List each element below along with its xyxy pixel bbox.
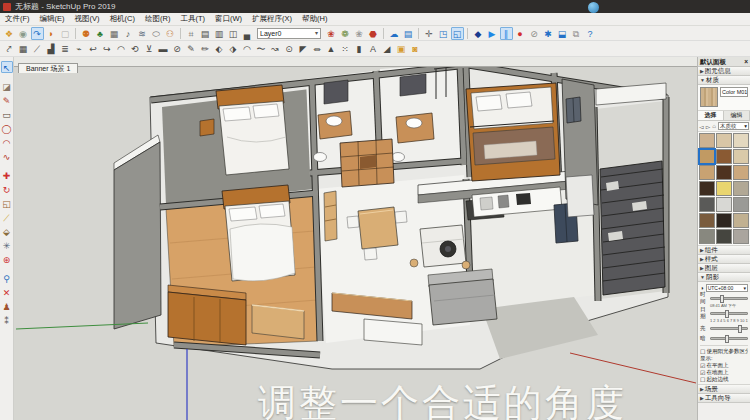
pause-icon[interactable]: ∥ — [500, 27, 513, 40]
gem-right-icon[interactable]: ⬗ — [227, 42, 240, 55]
tree-component-icon[interactable]: ♣ — [94, 27, 107, 40]
material-swatch[interactable] — [733, 133, 749, 148]
on-ground-checkbox[interactable]: ☑在地面上 — [700, 369, 748, 376]
extension-store-icon[interactable]: ◙ — [409, 42, 422, 55]
pen-2-icon[interactable]: ✏ — [199, 42, 212, 55]
material-swatch[interactable] — [733, 229, 749, 244]
material-name-field[interactable]: Color M01 — [720, 87, 748, 97]
view-box-active-icon[interactable]: ◱ — [451, 27, 464, 40]
camera-tool-5-icon[interactable]: ▄ — [241, 27, 254, 40]
menu-extensions[interactable]: 扩展程序(X) — [247, 13, 297, 25]
section-instructor[interactable]: ▶工具向导 — [698, 394, 750, 403]
scale-tool[interactable]: ◱ — [1, 197, 13, 209]
circle-tool[interactable]: ◯ — [1, 122, 13, 134]
section-materials[interactable]: ▼材质 — [698, 76, 750, 85]
material-swatch[interactable] — [699, 165, 715, 180]
settings-gear-icon[interactable]: ✱ — [542, 27, 555, 40]
fog-icon[interactable]: ≋ — [136, 27, 149, 40]
material-swatch[interactable] — [733, 197, 749, 212]
loop-icon[interactable]: ⟲ — [129, 42, 142, 55]
section-styles[interactable]: ▶样式 — [698, 255, 750, 264]
position-camera-tool[interactable]: ♟ — [1, 300, 13, 312]
material-swatch[interactable] — [716, 133, 732, 148]
sketchup-figure-icon[interactable]: ⚉ — [80, 27, 93, 40]
scene-tab[interactable]: Banner 场景 1 — [18, 63, 78, 73]
undo-arc-icon[interactable]: ↩ — [87, 42, 100, 55]
menu-camera[interactable]: 相机(C) — [105, 13, 140, 25]
instructor-icon[interactable]: ◉ — [17, 27, 30, 40]
position-icon[interactable]: ✛ — [423, 27, 436, 40]
on-faces-checkbox[interactable]: ☑在平面上 — [700, 362, 748, 369]
material-swatch[interactable] — [733, 149, 749, 164]
section-shadows[interactable]: ▼阴影 — [698, 273, 750, 282]
dialog-icon[interactable]: ⬭ — [150, 27, 163, 40]
material-category-dropdown[interactable]: 木质纹▾ — [718, 122, 749, 130]
eraser-tool[interactable]: ◪ — [1, 80, 13, 92]
arc-tool[interactable]: ◠ — [1, 136, 13, 148]
view-box-icon[interactable]: ◳ — [437, 27, 450, 40]
camera-tool-1-icon[interactable]: ⌗ — [185, 27, 198, 40]
tape-measure-tool[interactable]: ⟋ — [1, 211, 13, 223]
camera-tool-3-icon[interactable]: ▥ — [213, 27, 226, 40]
arc-edit-icon[interactable]: ◠ — [115, 42, 128, 55]
model-info-icon[interactable]: ❖ — [3, 27, 16, 40]
mirror-icon[interactable]: ▲ — [325, 42, 338, 55]
pen-1-icon[interactable]: ✎ — [185, 42, 198, 55]
slope-icon[interactable]: ◤ — [297, 42, 310, 55]
material-swatch[interactable] — [733, 213, 749, 228]
zoom-extents-tool[interactable]: ✕ — [1, 286, 13, 298]
zoom-tool[interactable]: ⚲ — [1, 272, 13, 284]
select-tool[interactable]: ↖ — [1, 61, 13, 73]
column-icon[interactable]: ▮ — [353, 42, 366, 55]
move-tool[interactable]: ✚ — [1, 169, 13, 181]
dome-icon[interactable]: ◠ — [241, 42, 254, 55]
material-swatch[interactable] — [716, 181, 732, 196]
flower-gray-icon[interactable]: ❀ — [353, 27, 366, 40]
model-viewport[interactable]: Banner 场景 1 — [14, 57, 697, 420]
freehand-tool[interactable]: ∿ — [1, 150, 13, 162]
from-edges-checkbox[interactable]: ☐起始边线 — [700, 376, 748, 383]
material-swatch[interactable] — [699, 229, 715, 244]
tray-close-icon[interactable]: × — [744, 57, 748, 66]
rectangle-tool[interactable]: ▭ — [1, 108, 13, 120]
paint-bucket-tool[interactable]: ⬙ — [1, 225, 13, 237]
material-swatch[interactable] — [716, 229, 732, 244]
material-swatch[interactable] — [699, 197, 715, 212]
section-entity-info[interactable]: ▶图元信息 — [698, 67, 750, 76]
walkthrough-icon[interactable]: ⚇ — [164, 27, 177, 40]
utc-dropdown[interactable]: UTC+08:00▾ — [706, 284, 748, 292]
material-preview[interactable] — [700, 87, 718, 107]
forward-icon[interactable]: ▻ — [706, 123, 711, 130]
warehouse-icon[interactable]: ▤ — [402, 27, 415, 40]
chart-icon[interactable]: ▟ — [45, 42, 58, 55]
wedge-icon[interactable]: ◢ — [381, 42, 394, 55]
bug-report-icon[interactable]: ⬣ — [367, 27, 380, 40]
shadow-dialog-icon[interactable]: ❀ — [325, 27, 338, 40]
material-swatch[interactable] — [699, 181, 715, 196]
material-swatch[interactable] — [699, 133, 715, 148]
follow-me-icon[interactable]: ◗ — [45, 27, 58, 40]
axes-tool[interactable]: ✳ — [1, 239, 13, 251]
date-slider-knob[interactable] — [725, 310, 729, 318]
rotate-tool[interactable]: ↻ — [1, 183, 13, 195]
time-slider-knob[interactable] — [720, 295, 724, 303]
material-swatch[interactable] — [733, 181, 749, 196]
sound-icon[interactable]: ♪ — [122, 27, 135, 40]
layers-icon[interactable]: ≣ — [59, 42, 72, 55]
model-3d-view[interactable] — [14, 57, 697, 420]
section-layers[interactable]: ▶图层 — [698, 264, 750, 273]
redo-arc-icon[interactable]: ↪ — [101, 42, 114, 55]
material-swatch[interactable] — [733, 165, 749, 180]
bar-icon[interactable]: ▬ — [157, 42, 170, 55]
vegetation-icon[interactable]: ❁ — [339, 27, 352, 40]
menu-help[interactable]: 帮助(H) — [297, 13, 332, 25]
stop-icon[interactable]: ⊘ — [528, 27, 541, 40]
cloud-download-icon[interactable]: ☁ — [388, 27, 401, 40]
dark-slider[interactable] — [710, 337, 748, 340]
back-icon[interactable]: ◅ — [699, 123, 704, 130]
layer-dropdown[interactable]: Layer0▾ — [257, 28, 321, 39]
menu-view[interactable]: 视图(V) — [70, 13, 105, 25]
material-swatch[interactable] — [716, 197, 732, 212]
match-photo-icon[interactable]: ▦ — [108, 27, 121, 40]
walk-tool[interactable]: ⁑ — [1, 314, 13, 326]
